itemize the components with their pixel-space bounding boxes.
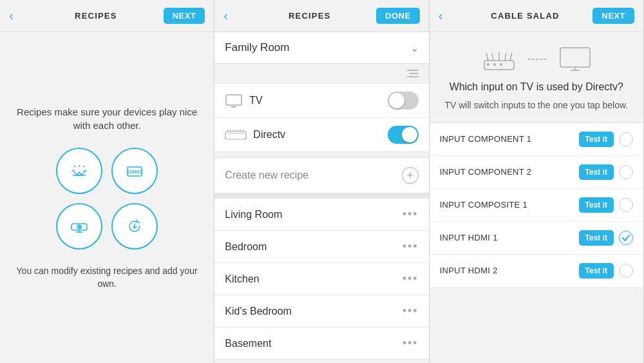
room-bedroom-dots[interactable]: ••• (402, 240, 419, 253)
svg-rect-18 (225, 132, 246, 139)
panel2-content: Family Room ⌄ TV (214, 32, 428, 363)
back-button-2[interactable]: ‹ (223, 8, 243, 23)
test-button-4[interactable]: Test it (579, 263, 614, 279)
device-row-tv-left: TV (225, 93, 262, 108)
router-icon (482, 46, 516, 72)
room-living-dots[interactable]: ••• (402, 208, 419, 221)
svg-rect-26 (227, 133, 245, 134)
toggle-tv-knob (389, 93, 404, 108)
room-basement-dots[interactable]: ••• (402, 337, 419, 350)
input-option-row-2[interactable]: INPUT COMPOSITE 1 Test it (430, 189, 643, 222)
room-list: Living Room ••• Bedroom ••• Kitchen ••• … (214, 199, 428, 360)
device-sunrise-icon (56, 148, 102, 194)
test-button-2[interactable]: Test it (579, 197, 614, 213)
device-sonos-icon: SONOS (111, 148, 158, 194)
device-row-tv[interactable]: TV (214, 84, 428, 118)
input-option-label-4: INPUT HDMI 2 (440, 266, 579, 275)
list-icon-row (214, 64, 428, 84)
panel3-title: CABLE SALAD (458, 11, 593, 21)
panel2-header: ‹ RECIPES DONE (214, 0, 428, 32)
room-list-item-bedroom[interactable]: Bedroom ••• (214, 231, 428, 263)
panel1-desc-top: Recipes make sure your devices play nice… (13, 105, 201, 132)
room-list-item-kitchen[interactable]: Kitchen ••• (214, 263, 428, 295)
room-list-item-basement[interactable]: Basement ••• (214, 328, 428, 360)
svg-point-35 (500, 63, 502, 66)
section-divider (214, 193, 428, 199)
input-option-row-3[interactable]: INPUT HDMI 1 Test it (430, 222, 643, 255)
toggle-directv[interactable] (388, 126, 419, 144)
toggle-directv-knob (402, 127, 417, 142)
plus-circle-icon[interactable]: + (402, 167, 419, 184)
panel1-desc-bottom: You can modify existing recipes and add … (13, 265, 201, 290)
panel1-content: Recipes make sure your devices play nice… (0, 32, 214, 363)
input-option-right-3: Test it (579, 230, 633, 246)
radio-circle-3[interactable] (619, 231, 633, 245)
input-option-right-2: Test it (579, 197, 633, 213)
panel2-title: RECIPES (243, 11, 376, 21)
appletv-svg (67, 214, 91, 239)
chevron-down-icon: ⌄ (410, 42, 419, 54)
room-list-item-kids[interactable]: Kid's Bedroom ••• (214, 295, 428, 328)
panel1-title: RECIPES (28, 11, 164, 21)
next-button-3[interactable]: NEXT (592, 8, 634, 24)
radio-circle-0[interactable] (619, 132, 633, 146)
panel3-content: Which input on TV is used by Directv? TV… (430, 32, 643, 363)
tv-icon (225, 93, 243, 108)
svg-point-33 (487, 63, 489, 66)
create-recipe-row[interactable]: Create new recipe + (214, 157, 428, 193)
test-button-1[interactable]: Test it (579, 164, 614, 180)
back-button-3[interactable]: ‹ (439, 8, 458, 23)
input-option-row-0[interactable]: INPUT COMPONENT 1 Test it (430, 123, 643, 156)
svg-rect-15 (226, 95, 242, 105)
svg-line-29 (492, 53, 493, 61)
input-option-label-0: INPUT COMPONENT 1 (440, 134, 579, 144)
check-icon (621, 233, 630, 242)
device-row-directv-left: Directv (225, 129, 285, 141)
toggle-tv[interactable] (388, 92, 419, 110)
device-row-directv[interactable]: Directv (214, 118, 428, 152)
sonos-svg: SONOS (122, 159, 147, 183)
tv-large-icon (559, 46, 591, 72)
panel-recipes-list: ‹ RECIPES DONE Family Room ⌄ (214, 0, 429, 363)
room-list-item-living[interactable]: Living Room ••• (214, 199, 428, 231)
list-reorder-icon (407, 69, 419, 78)
svg-line-28 (486, 53, 488, 61)
input-option-row-4[interactable]: INPUT HDMI 2 Test it (430, 255, 643, 288)
refresh-svg (122, 214, 147, 239)
sunrise-svg (67, 159, 91, 183)
create-recipe-label: Create new recipe (225, 170, 308, 181)
svg-line-3 (74, 166, 75, 167)
input-option-row-1[interactable]: INPUT COMPONENT 2 Test it (430, 156, 643, 189)
device-tv-label: TV (249, 95, 262, 106)
room-kids-dots[interactable]: ••• (402, 304, 419, 318)
connector-line-icon (528, 58, 547, 61)
room-living-label: Living Room (225, 209, 282, 221)
device-directv-label: Directv (253, 129, 285, 141)
input-option-label-1: INPUT COMPONENT 2 (440, 167, 579, 177)
next-button-1[interactable]: NEXT (164, 8, 205, 24)
svg-line-31 (505, 53, 506, 61)
input-option-right-4: Test it (579, 263, 633, 279)
room-kitchen-dots[interactable]: ••• (402, 272, 419, 286)
device-appletv-icon (56, 203, 102, 250)
svg-text:SONOS: SONOS (127, 170, 144, 174)
room-kids-label: Kid's Bedroom (225, 306, 292, 317)
room-kitchen-label: Kitchen (225, 273, 259, 285)
svg-line-4 (83, 166, 84, 167)
svg-line-32 (510, 53, 512, 61)
back-button-1[interactable]: ‹ (9, 8, 28, 23)
room-header-row[interactable]: Family Room ⌄ (214, 32, 428, 64)
panel-cable-salad: ‹ CABLE SALAD NEXT (430, 0, 644, 363)
test-button-3[interactable]: Test it (579, 230, 614, 246)
device-icons-grid: SONOS (56, 148, 158, 250)
radio-circle-1[interactable] (619, 165, 633, 179)
done-button-2[interactable]: DONE (376, 8, 420, 24)
input-option-right-0: Test it (579, 132, 633, 147)
test-button-0[interactable]: Test it (579, 132, 614, 147)
radio-circle-4[interactable] (619, 264, 633, 278)
hero-question: Which input on TV is used by Directv? (430, 80, 643, 99)
input-option-right-1: Test it (579, 164, 633, 180)
input-options-list: INPUT COMPONENT 1 Test it INPUT COMPONEN… (430, 123, 643, 288)
radio-circle-2[interactable] (619, 198, 633, 212)
panel3-header: ‹ CABLE SALAD NEXT (430, 0, 643, 32)
